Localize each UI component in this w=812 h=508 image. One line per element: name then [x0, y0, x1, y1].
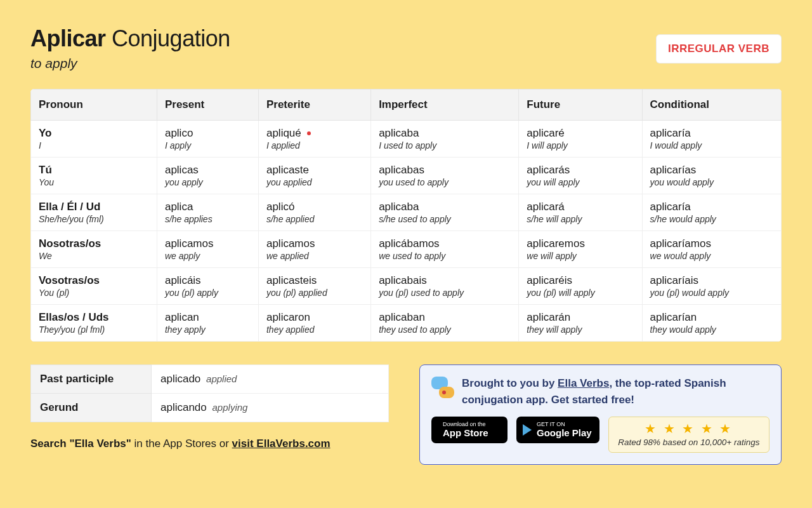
pronoun-sp: Vosotras/os [39, 274, 149, 287]
form-en: we applied [266, 251, 363, 261]
form-sp: aplicaría [650, 201, 773, 213]
future-cell: aplicaré I will apply [519, 121, 642, 157]
form-en: s/he applied [266, 214, 363, 224]
form-sp: aplicaría [650, 127, 773, 140]
future-cell: aplicaremos we will apply [519, 231, 642, 268]
form-en: they will apply [527, 324, 634, 335]
preterite-cell: aplicasteis you (pl) applied [258, 268, 370, 305]
pronoun-en: I [39, 140, 149, 150]
ella-verbs-link[interactable]: Ella Verbs [558, 377, 609, 389]
pronoun-en: She/he/you (fml) [39, 214, 149, 224]
imperfect-cell: aplicaban they used to apply [371, 305, 519, 342]
promo-box: Brought to you by Ella Verbs, the top-ra… [419, 364, 782, 465]
column-header: Conditional [642, 90, 781, 121]
past-participle-en: applied [206, 373, 237, 384]
rating-box: ★ ★ ★ ★ ★ Rated 98% based on 10,000+ rat… [608, 417, 769, 453]
pronoun-en: You [39, 177, 149, 187]
future-cell: aplicaréis you (pl) will apply [519, 268, 642, 305]
past-participle-label: Past participle [31, 365, 152, 394]
form-sp: apliqué [266, 127, 363, 140]
chat-bubbles-icon [431, 377, 454, 399]
verb-translation: to apply [30, 56, 230, 71]
form-sp: aplicaréis [527, 274, 634, 287]
form-en: they used to apply [379, 324, 511, 335]
page-title: Aplicar Conjugation [30, 25, 230, 52]
form-en: you (pl) apply [165, 288, 251, 298]
future-cell: aplicarás you will apply [519, 157, 642, 194]
conditional-cell: aplicaría s/he would apply [642, 194, 781, 231]
pronoun-sp: Tú [39, 164, 149, 177]
present-cell: aplican they apply [157, 305, 258, 342]
form-en: we used to apply [379, 251, 511, 261]
conditional-cell: aplicaríais you (pl) would apply [642, 268, 781, 305]
form-sp: aplicábamos [379, 237, 511, 250]
form-sp: aplicaban [379, 311, 511, 324]
present-cell: aplicáis you (pl) apply [157, 268, 258, 305]
gerund-label: Gerund [31, 394, 152, 422]
pronoun-cell: Vosotras/osYou (pl) [31, 268, 157, 305]
form-sp: aplicarás [527, 164, 634, 177]
present-cell: aplicamos we apply [157, 231, 258, 268]
promo-text: Brought to you by Ella Verbs, the top-ra… [462, 375, 769, 408]
form-sp: aplican [165, 311, 251, 324]
form-en: we apply [165, 251, 251, 261]
pronoun-en: We [39, 251, 149, 261]
form-en: you apply [165, 177, 251, 187]
form-sp: aplicaste [266, 164, 363, 177]
visit-link[interactable]: visit EllaVerbs.com [232, 438, 331, 450]
form-sp: aplicarías [650, 164, 773, 177]
table-row: Vosotras/osYou (pl)aplicáis you (pl) app… [31, 268, 782, 305]
form-en: I apply [165, 140, 251, 150]
preterite-cell: apliqué I applied [258, 121, 370, 157]
form-en: you (pl) used to apply [379, 288, 511, 298]
irregular-dot-icon [307, 131, 311, 135]
conjugation-table: PronounPresentPreteriteImperfectFutureCo… [30, 89, 782, 342]
search-line: Search "Ella Verbs" in the App Stores or… [30, 438, 389, 450]
imperfect-cell: aplicabais you (pl) used to apply [371, 268, 519, 305]
form-sp: aplicas [165, 164, 251, 177]
app-store-button[interactable]: Download on the App Store [431, 417, 508, 443]
table-row: Ellas/os / UdsThey/you (pl fml)aplican t… [31, 305, 782, 342]
form-en: I applied [266, 140, 363, 150]
pronoun-cell: Ella / Él / UdShe/he/you (fml) [31, 194, 157, 231]
pronoun-cell: YoI [31, 121, 157, 157]
present-cell: aplicas you apply [157, 157, 258, 194]
pronoun-sp: Yo [39, 127, 149, 140]
stars-icon: ★ ★ ★ ★ ★ [615, 421, 763, 436]
column-header: Future [519, 90, 642, 121]
future-cell: aplicará s/he will apply [519, 194, 642, 231]
form-en: they apply [165, 324, 251, 335]
imperfect-cell: aplicabas you used to apply [371, 157, 519, 194]
irregular-badge: IRREGULAR VERB [656, 34, 782, 64]
pronoun-en: They/you (pl fml) [39, 324, 149, 335]
search-prefix: Search "Ella Verbs" [30, 438, 134, 450]
form-sp: aplicamos [165, 237, 251, 250]
gerund-en: applying [213, 402, 248, 413]
form-sp: aplicó [266, 201, 363, 213]
form-en: you used to apply [379, 177, 511, 187]
form-sp: aplicasteis [266, 274, 363, 287]
form-en: we will apply [527, 251, 634, 261]
future-cell: aplicarán they will apply [519, 305, 642, 342]
conditional-cell: aplicaríamos we would apply [642, 231, 781, 268]
form-en: they applied [266, 324, 363, 335]
form-sp: aplicarían [650, 311, 773, 324]
form-sp: aplicaba [379, 201, 511, 213]
imperfect-cell: aplicaba s/he used to apply [371, 194, 519, 231]
form-en: you will apply [527, 177, 634, 187]
form-en: I used to apply [379, 140, 511, 150]
conditional-cell: aplicarías you would apply [642, 157, 781, 194]
form-en: I will apply [527, 140, 634, 150]
participle-table: Past participle aplicado applied Gerund … [30, 364, 389, 422]
gerund-sp: aplicando [160, 401, 207, 413]
google-play-icon [523, 424, 532, 436]
form-en: s/he used to apply [379, 214, 511, 224]
form-en: you (pl) applied [266, 288, 363, 298]
column-header: Preterite [258, 90, 370, 121]
form-en: s/he applies [165, 214, 251, 224]
google-play-button[interactable]: GET IT ON Google Play [516, 417, 599, 443]
conditional-cell: aplicaría I would apply [642, 121, 781, 157]
table-row: YoIaplico I applyapliqué I appliedaplica… [31, 121, 782, 157]
pronoun-sp: Nosotras/os [39, 237, 149, 250]
form-en: we would apply [650, 251, 773, 261]
